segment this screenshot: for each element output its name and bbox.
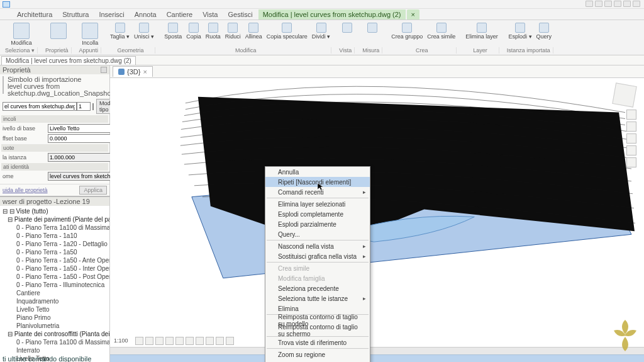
detail-level-icon[interactable] bbox=[135, 337, 143, 345]
menu-item[interactable]: Sostituisci grafica nella vista▸ bbox=[265, 251, 370, 261]
nav-orbit-icon[interactable] bbox=[626, 157, 636, 167]
menu-item[interactable]: Elimina layer selezionati bbox=[265, 199, 370, 209]
menu-item[interactable]: Annulla bbox=[265, 167, 370, 177]
menu-item[interactable]: Seleziona tutte le istanze▸ bbox=[265, 293, 370, 303]
menu-item[interactable]: Zoom indietro (2x) bbox=[265, 359, 370, 362]
tree-node[interactable]: Cantiere bbox=[1, 289, 108, 297]
nav-zoom-icon[interactable] bbox=[626, 145, 636, 156]
ribbon-tab-gestisci[interactable]: Gestisci bbox=[224, 9, 257, 20]
ribbon-tab-cantiere[interactable]: Cantiere bbox=[162, 9, 197, 20]
taglia-button[interactable]: Taglia ▾ bbox=[109, 22, 131, 40]
document-tab[interactable]: Modifica | level curves from sketchup.dw… bbox=[1, 56, 136, 65]
ribbon-tab-struttura[interactable]: Struttura bbox=[58, 9, 93, 20]
dividi-button[interactable]: Dividi ▾ bbox=[311, 22, 332, 40]
ribbon-tab-architettura[interactable]: Architettura bbox=[13, 9, 57, 20]
ribbon-tab-annota[interactable]: Annota bbox=[130, 9, 161, 20]
tree-node[interactable]: Livello Tetto bbox=[1, 305, 108, 314]
crea-gruppo-button[interactable]: Crea gruppo bbox=[390, 22, 424, 40]
tree-node[interactable]: 0 - Piano Terra - 1a10 bbox=[1, 232, 108, 240]
analytical-icon[interactable] bbox=[226, 337, 234, 345]
tree-node[interactable]: ⊟ Piante dei controsoffitti (Pianta dei … bbox=[1, 330, 108, 338]
tree-node[interactable]: ⊟ ⊟ Viste (tutto) bbox=[1, 207, 108, 215]
qat-button[interactable] bbox=[614, 1, 621, 7]
ribbon-tab-inserisci[interactable]: Inserisci bbox=[94, 9, 128, 20]
ruota-button[interactable]: Ruota bbox=[204, 22, 222, 40]
esplodi-button[interactable]: Esplodi ▾ bbox=[508, 22, 533, 40]
qat-button[interactable] bbox=[604, 1, 612, 7]
sposta-button[interactable]: Sposta bbox=[163, 22, 183, 40]
drawing-area[interactable]: {3D} × bbox=[110, 65, 644, 347]
menu-item[interactable]: Reimposta contorno di taglio su schermo bbox=[265, 325, 370, 336]
vista-button[interactable] bbox=[341, 22, 353, 33]
apply-button[interactable]: Applica bbox=[79, 186, 107, 195]
qat-button[interactable] bbox=[586, 1, 593, 7]
tree-node[interactable]: 0 - Piano Terra - 1a50 - Ante Operam bbox=[1, 256, 108, 264]
menu-item[interactable]: Query... bbox=[265, 229, 370, 239]
qat-button[interactable] bbox=[633, 1, 640, 7]
sun-path-icon[interactable] bbox=[155, 337, 164, 345]
misura-button[interactable] bbox=[366, 22, 379, 33]
proprieta-button[interactable] bbox=[49, 22, 68, 40]
nav-home-icon[interactable] bbox=[626, 110, 636, 120]
tree-node[interactable]: 0 - Piano Terra - 1a20 - Dettaglio 1 bbox=[1, 240, 108, 248]
menu-item[interactable]: Ripeti [Nascondi elementi] bbox=[265, 177, 370, 187]
unisci-button[interactable]: Unisci ▾ bbox=[133, 22, 155, 40]
crop-view-icon[interactable] bbox=[186, 337, 194, 345]
menu-item[interactable]: Zoom su regione bbox=[265, 349, 370, 359]
copia-button[interactable]: Copia bbox=[185, 22, 203, 40]
tree-node[interactable]: Piano Primo bbox=[1, 314, 108, 322]
menu-item[interactable]: Seleziona precedente bbox=[265, 283, 370, 293]
allinea-button[interactable]: Allinea bbox=[244, 22, 264, 40]
tree-node[interactable]: 0 - Piano Terra - 1a50 - Post Operam bbox=[1, 273, 108, 281]
reveal-hidden-icon[interactable] bbox=[216, 337, 224, 345]
crop-region-icon[interactable] bbox=[196, 337, 204, 345]
group-appunti: Appunti bbox=[79, 47, 102, 54]
view-scale[interactable]: 1:100 bbox=[113, 337, 133, 344]
filter-icon[interactable] bbox=[92, 103, 94, 110]
menu-item[interactable]: Esplodi parzialmente bbox=[265, 219, 370, 229]
properties-help-link[interactable]: uida alle proprietà bbox=[3, 187, 48, 193]
menu-item[interactable]: Trova viste di riferimento bbox=[265, 337, 370, 348]
ribbon-tab-vista[interactable]: Vista bbox=[198, 9, 222, 20]
contextual-tab-close[interactable]: × bbox=[407, 9, 419, 20]
riduci-button[interactable]: Riduci bbox=[224, 22, 242, 40]
ribbon-tab-file[interactable] bbox=[3, 17, 11, 20]
view-cube[interactable] bbox=[612, 82, 636, 107]
view-tab-3d[interactable]: {3D} × bbox=[113, 66, 153, 77]
qat-button[interactable] bbox=[623, 1, 631, 7]
tree-node[interactable]: Inquadramento bbox=[1, 297, 108, 305]
visual-style-icon[interactable] bbox=[145, 337, 153, 345]
tree-node[interactable]: 0 - Piano Terra - 1a50 - Inter Operam bbox=[1, 264, 108, 273]
shadows-icon[interactable] bbox=[165, 337, 174, 345]
nav-wheel-icon[interactable] bbox=[626, 122, 636, 132]
tree-node[interactable]: 0 - Piano Terra - Illuminotecnica bbox=[1, 281, 108, 289]
rendering-icon[interactable] bbox=[175, 337, 184, 345]
type-thumbnail[interactable] bbox=[3, 76, 4, 94]
nav-pan-icon[interactable] bbox=[626, 133, 636, 144]
modifica-button[interactable]: Modifica bbox=[9, 22, 33, 47]
copia-speculare-button[interactable]: Copia speculare bbox=[265, 22, 309, 40]
tree-node[interactable]: 0 - Piano Terra - 1a50 bbox=[1, 248, 108, 256]
close-icon[interactable] bbox=[101, 67, 107, 73]
app-menu-button[interactable] bbox=[3, 1, 10, 8]
crea-simile-button[interactable]: Crea simile bbox=[426, 22, 457, 40]
align-icon bbox=[248, 23, 258, 33]
tree-node[interactable]: 0 - Piano Terra 1a100 di Massima bbox=[1, 338, 108, 346]
tree-node[interactable]: Planivolumetria bbox=[1, 322, 108, 330]
tree-node[interactable]: ⊟ Piante dei pavimenti (Piante del pavim… bbox=[1, 215, 108, 223]
hide-isolate-icon[interactable] bbox=[206, 337, 214, 345]
menu-item[interactable]: Elimina bbox=[265, 303, 370, 314]
menu-item[interactable]: Nascondi nella vista▸ bbox=[265, 241, 370, 251]
tree-node[interactable]: 0 - Piano Terra 1a100 di Massima bbox=[1, 223, 108, 232]
close-icon[interactable]: × bbox=[143, 68, 147, 76]
browser-title: Lezione 19 bbox=[56, 198, 90, 205]
type-selector[interactable] bbox=[3, 102, 77, 111]
menu-item[interactable]: Esplodi completamente bbox=[265, 209, 370, 219]
qat-button[interactable] bbox=[595, 1, 602, 7]
elimina-layer-button[interactable]: Elimina layer bbox=[464, 22, 499, 40]
incolla-button[interactable]: Incolla bbox=[80, 22, 99, 47]
query-button[interactable]: Query bbox=[535, 22, 553, 40]
menu-item[interactable]: Comandi recenti▸ bbox=[265, 187, 370, 197]
ribbon-tab-modifica-contextual[interactable]: Modifica | level curves from sketchup.dw… bbox=[258, 9, 406, 20]
tree-node[interactable]: Interrato bbox=[1, 346, 108, 354]
